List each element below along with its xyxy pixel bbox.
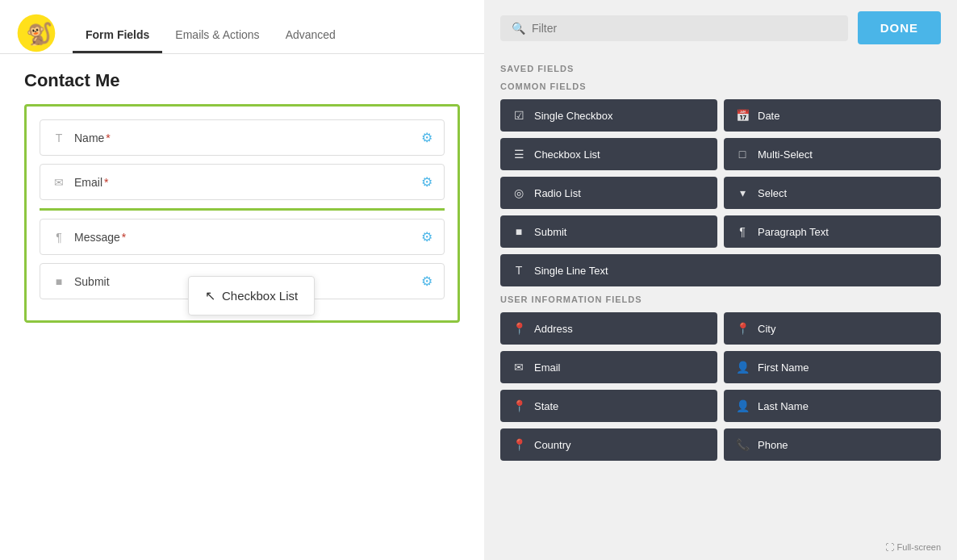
field-label-message: Message* <box>74 231 421 244</box>
field-btn-select[interactable]: ▾ Select <box>724 177 941 209</box>
field-btn-label: First Name <box>758 361 809 374</box>
user-info-label: USER INFORMATION FIELDS <box>500 295 941 304</box>
form-canvas: T Name* ⚙ ✉ Email* ⚙ ¶ Message* ⚙ ■ <box>24 104 460 323</box>
fullscreen-label: Full-screen <box>897 542 941 552</box>
submit-btn-icon: ■ <box>512 225 526 238</box>
phone-icon: 📞 <box>735 438 750 451</box>
email-user-icon: ✉ <box>512 361 526 374</box>
state-icon: 📍 <box>512 399 526 412</box>
paragraph-btn-icon: ¶ <box>735 225 750 238</box>
field-btn-label: Single Checkbox <box>534 110 613 122</box>
tab-advanced[interactable]: Advanced <box>273 22 349 53</box>
field-btn-state[interactable]: 📍 State <box>500 390 717 422</box>
field-row-name[interactable]: T Name* ⚙ <box>40 119 445 156</box>
field-btn-label: Select <box>758 187 787 199</box>
field-btn-first-name[interactable]: 👤 First Name <box>724 351 941 383</box>
fields-container: SAVED FIELDS COMMON FIELDS ☑ Single Chec… <box>484 56 957 560</box>
done-button[interactable]: DONE <box>858 11 941 44</box>
common-fields-grid: ☑ Single Checkbox 📅 Date ☰ Checkbox List… <box>500 99 941 286</box>
text-btn-icon: T <box>512 264 526 277</box>
drag-tooltip-label: Checkbox List <box>222 289 298 303</box>
tab-form-fields[interactable]: Form Fields <box>73 22 162 53</box>
country-icon: 📍 <box>512 438 526 451</box>
search-icon: 🔍 <box>512 22 525 35</box>
settings-icon-message[interactable]: ⚙ <box>421 229 433 244</box>
address-icon: 📍 <box>512 322 526 335</box>
field-btn-label: Multi-Select <box>758 148 813 161</box>
form-title: Contact Me <box>0 54 484 104</box>
field-btn-address[interactable]: 📍 Address <box>500 312 717 345</box>
last-name-icon: 👤 <box>735 399 750 412</box>
saved-fields-label: SAVED FIELDS <box>500 64 941 73</box>
field-btn-label: Email <box>534 361 561 374</box>
settings-icon-submit[interactable]: ⚙ <box>421 274 433 289</box>
field-btn-label: Address <box>534 323 573 335</box>
field-label-email: Email* <box>74 176 421 189</box>
cursor-icon: ↖ <box>205 288 215 303</box>
text-icon: T <box>52 132 66 144</box>
field-btn-phone[interactable]: 📞 Phone <box>724 428 941 461</box>
checkbox-icon: ☑ <box>512 109 526 122</box>
tab-emails-actions[interactable]: Emails & Actions <box>162 22 272 53</box>
filter-box[interactable]: 🔍 <box>500 15 848 41</box>
field-btn-label: Submit <box>534 226 566 238</box>
left-panel: 🐒 Form Fields Emails & Actions Advanced … <box>0 0 484 560</box>
settings-icon-email[interactable]: ⚙ <box>421 174 433 190</box>
field-btn-label: Last Name <box>758 400 809 412</box>
field-label-name: Name* <box>74 132 421 144</box>
fullscreen-icon: ⛶ <box>885 542 894 552</box>
drag-tooltip: ↖ Checkbox List <box>188 276 315 316</box>
date-icon: 📅 <box>735 109 750 122</box>
select-icon: ▾ <box>735 186 750 199</box>
required-star-message: * <box>122 231 126 244</box>
svg-text:🐒: 🐒 <box>26 21 53 47</box>
filter-input[interactable] <box>532 22 837 35</box>
field-btn-paragraph-text[interactable]: ¶ Paragraph Text <box>724 215 941 248</box>
field-row-message[interactable]: ¶ Message* ⚙ <box>40 219 445 255</box>
field-btn-label: Date <box>758 110 779 122</box>
field-btn-label: Phone <box>758 439 788 451</box>
field-btn-label: Country <box>534 439 571 451</box>
list-icon: ☰ <box>512 148 526 161</box>
field-btn-email-user[interactable]: ✉ Email <box>500 351 717 383</box>
right-header: 🔍 DONE <box>484 0 957 56</box>
field-btn-label: Paragraph Text <box>758 226 829 238</box>
email-icon: ✉ <box>52 176 66 189</box>
tabs-container: Form Fields Emails & Actions Advanced <box>73 13 349 53</box>
required-star: * <box>106 132 110 144</box>
city-icon: 📍 <box>735 322 750 335</box>
field-btn-country[interactable]: 📍 Country <box>500 428 717 461</box>
user-fields-grid: 📍 Address 📍 City ✉ Email 👤 First Name 📍 … <box>500 312 941 461</box>
field-btn-checkbox-list[interactable]: ☰ Checkbox List <box>500 138 717 170</box>
paragraph-icon: ¶ <box>52 231 66 244</box>
required-star-email: * <box>104 176 108 189</box>
multi-select-icon: □ <box>735 148 750 161</box>
field-btn-label: Checkbox List <box>534 148 600 161</box>
field-btn-single-checkbox[interactable]: ☑ Single Checkbox <box>500 99 717 132</box>
field-btn-radio-list[interactable]: ◎ Radio List <box>500 177 717 209</box>
header-top: 🐒 Form Fields Emails & Actions Advanced <box>0 0 484 54</box>
mailchimp-logo: 🐒 <box>16 13 56 53</box>
settings-icon-name[interactable]: ⚙ <box>421 130 433 145</box>
field-btn-multi-select[interactable]: □ Multi-Select <box>724 138 941 170</box>
submit-icon: ■ <box>52 275 66 288</box>
drag-drop-indicator <box>40 208 445 211</box>
fullscreen-hint[interactable]: ⛶ Full-screen <box>885 542 941 552</box>
field-btn-single-line-text[interactable]: T Single Line Text <box>500 254 941 286</box>
radio-icon: ◎ <box>512 186 526 199</box>
first-name-icon: 👤 <box>735 361 750 374</box>
field-btn-label: State <box>534 400 558 412</box>
field-btn-date[interactable]: 📅 Date <box>724 99 941 132</box>
common-fields-label: COMMON FIELDS <box>500 81 941 91</box>
field-btn-label: Single Line Text <box>534 265 608 277</box>
field-btn-city[interactable]: 📍 City <box>724 312 941 345</box>
field-btn-submit[interactable]: ■ Submit <box>500 215 717 248</box>
field-btn-last-name[interactable]: 👤 Last Name <box>724 390 941 422</box>
field-btn-label: City <box>758 323 775 335</box>
field-btn-label: Radio List <box>534 187 581 199</box>
field-row-email[interactable]: ✉ Email* ⚙ <box>40 164 445 200</box>
right-panel: 🔍 DONE SAVED FIELDS COMMON FIELDS ☑ Sing… <box>484 0 957 560</box>
